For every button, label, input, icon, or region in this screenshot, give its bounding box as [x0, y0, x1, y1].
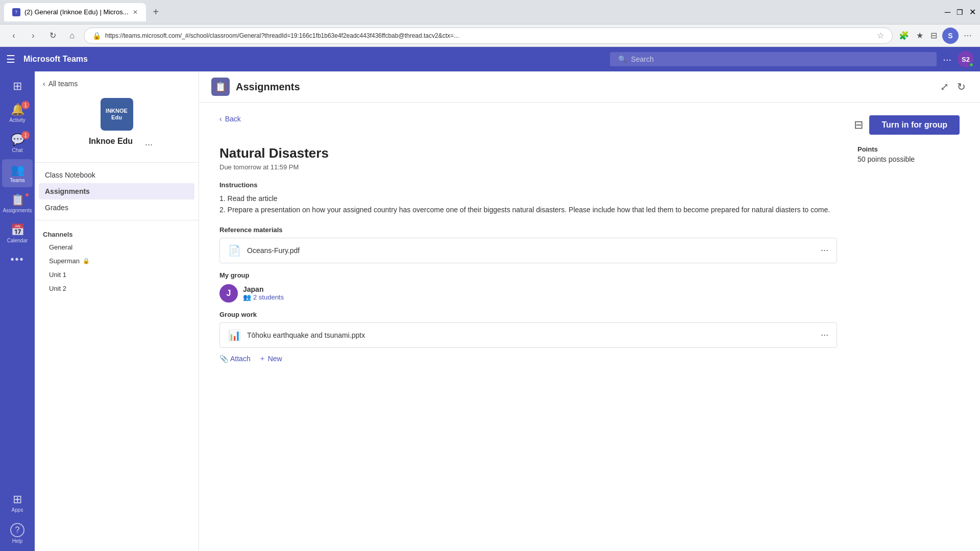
home-nav-button[interactable]: ⌂ — [64, 28, 80, 43]
new-label: New — [268, 355, 282, 363]
apps-icon: ⊞ — [13, 493, 22, 506]
address-bar[interactable]: 🔒 https://teams.microsoft.com/_#/school/… — [84, 28, 893, 44]
refresh-button[interactable]: ↻ — [955, 79, 968, 95]
sidebar-item-assignments[interactable]: 📋 Assignments — [2, 189, 33, 217]
all-teams-back-link[interactable]: ‹ All teams — [43, 80, 78, 88]
group-work-label: Group work — [219, 311, 837, 318]
forward-nav-button[interactable]: › — [26, 28, 41, 43]
group-file-more-button[interactable]: ··· — [821, 330, 828, 340]
new-button[interactable]: ＋ New — [259, 354, 282, 363]
sidebar-item-activity[interactable]: 🔔 Activity 1 — [2, 99, 33, 127]
assignments-sidebar-label: Assignments — [3, 208, 32, 213]
user-avatar[interactable]: S2 — [958, 51, 974, 67]
teams-panel-header: ‹ All teams — [35, 71, 199, 92]
back-button[interactable]: ‹ Back — [219, 115, 241, 123]
ref-materials-label: Reference materials — [219, 226, 837, 234]
app-menu-button[interactable]: ☰ — [6, 53, 15, 65]
favorites-button[interactable]: ★ — [914, 28, 925, 44]
channel-general[interactable]: General — [39, 240, 194, 254]
tab-title: (2) General (Inknoe Edu) | Micros... — [24, 8, 129, 16]
instructions-label: Instructions — [219, 181, 837, 189]
group-row: J Japan 👥 2 students — [219, 284, 837, 303]
profile-button[interactable]: S — [942, 28, 959, 44]
close-window-button[interactable]: ✕ — [969, 7, 976, 17]
channel-general-label: General — [49, 243, 72, 251]
app-sidebar: ⊞ 🔔 Activity 1 💬 Chat 1 👥 Teams 📋 Assign… — [0, 71, 35, 551]
header-more-button[interactable]: ··· — [943, 54, 951, 65]
attach-icon: 📎 — [219, 355, 228, 363]
sidebar-grid-icon[interactable]: ⊞ — [2, 76, 33, 97]
channel-unit2[interactable]: Unit 2 — [39, 282, 194, 295]
assignments-dot — [26, 193, 29, 196]
expand-button[interactable]: ⤢ — [938, 79, 951, 95]
collections-button[interactable]: ⊟ — [928, 28, 939, 44]
assignment-due: Due tomorrow at 11:59 PM — [219, 163, 837, 171]
browser-tab-active[interactable]: T (2) General (Inknoe Edu) | Micros... ✕ — [4, 3, 146, 21]
online-status-dot — [969, 62, 974, 67]
sidebar-item-chat[interactable]: 💬 Chat 1 — [2, 129, 33, 157]
teams-label: Teams — [10, 178, 24, 183]
header-right: ··· S2 — [943, 51, 974, 67]
rubric-button[interactable]: ⊟ — [854, 118, 863, 132]
group-students: 👥 2 students — [243, 293, 284, 301]
new-tab-button[interactable]: + — [149, 4, 163, 20]
group-work-file-card: 📊 Tōhoku earthquake and tsunami.pptx ··· — [219, 322, 837, 348]
attach-button[interactable]: 📎 Attach — [219, 354, 251, 363]
students-count: 2 students — [253, 293, 284, 301]
reload-nav-button[interactable]: ↻ — [45, 28, 60, 43]
new-icon: ＋ — [259, 354, 266, 363]
channel-superman[interactable]: Superman 🔒 — [39, 254, 194, 268]
nav-item-assignments[interactable]: Assignments — [39, 183, 194, 199]
calendar-label: Calendar — [7, 238, 28, 243]
lock-icon: 🔒 — [83, 258, 90, 264]
detail-header-row: ‹ Back ⊟ Turn in for group — [219, 115, 960, 135]
chevron-left-icon: ‹ — [43, 80, 45, 88]
ref-file-more-button[interactable]: ··· — [821, 245, 828, 256]
browser-more-button[interactable]: ⋯ — [962, 28, 974, 44]
divider — [35, 162, 199, 163]
sidebar-item-more[interactable]: ••• — [2, 249, 33, 269]
pptx-icon: 📊 — [228, 329, 241, 341]
star-icon[interactable]: ☆ — [877, 31, 884, 40]
calendar-icon: 📅 — [11, 223, 24, 237]
search-bar[interactable]: 🔍 — [610, 52, 937, 66]
chat-label: Chat — [12, 147, 22, 153]
sidebar-item-calendar[interactable]: 📅 Calendar — [2, 219, 33, 247]
back-nav-button[interactable]: ‹ — [6, 28, 21, 43]
activity-badge: 1 — [21, 101, 30, 109]
detail-layout: Natural Disasters Due tomorrow at 11:59 … — [219, 145, 960, 363]
extensions-button[interactable]: 🧩 — [897, 28, 911, 44]
back-chevron-icon: ‹ — [219, 115, 222, 123]
search-input[interactable] — [631, 55, 928, 63]
channel-unit1-label: Unit 1 — [49, 271, 66, 279]
tab-close-button[interactable]: ✕ — [133, 9, 138, 16]
sidebar-item-help[interactable]: ? Help — [2, 519, 33, 548]
teams-panel: ‹ All teams INKNOEEdu Inknoe Edu ··· Cla… — [35, 71, 199, 551]
pdf-icon: 📄 — [228, 244, 241, 257]
team-more-button[interactable]: ··· — [145, 139, 153, 150]
activity-label: Activity — [9, 117, 26, 123]
minimize-button[interactable]: ─ — [945, 8, 950, 17]
search-icon: 🔍 — [618, 55, 627, 63]
team-name: Inknoe Edu — [81, 137, 141, 152]
nav-item-grades[interactable]: Grades — [39, 199, 194, 216]
sidebar-item-apps[interactable]: ⊞ Apps — [2, 489, 33, 517]
sidebar-item-teams[interactable]: 👥 Teams — [2, 159, 33, 187]
help-icon: ? — [10, 523, 24, 537]
ref-file-card: 📄 Oceans-Fury.pdf ··· — [219, 238, 837, 263]
attach-row: 📎 Attach ＋ New — [219, 354, 837, 363]
app-title: Microsoft Teams — [23, 55, 604, 64]
instructions-text: 1. Read the article 2. Prepare a present… — [219, 193, 837, 216]
team-avatar-text: INKNOEEdu — [106, 108, 128, 121]
group-avatar: J — [219, 284, 238, 303]
assignments-header: 📋 Assignments ⤢ ↻ — [199, 71, 980, 103]
detail-sidebar: Points 50 points possible — [857, 145, 960, 363]
browser-chrome: T (2) General (Inknoe Edu) | Micros... ✕… — [0, 0, 980, 24]
turn-in-button[interactable]: Turn in for group — [869, 115, 960, 135]
channel-unit1[interactable]: Unit 1 — [39, 268, 194, 282]
help-label: Help — [12, 538, 23, 544]
maximize-button[interactable]: ❐ — [957, 8, 963, 16]
assignments-title-row: 📋 Assignments — [211, 78, 300, 96]
nav-item-class-notebook[interactable]: Class Notebook — [39, 167, 194, 183]
all-teams-label: All teams — [48, 80, 78, 88]
